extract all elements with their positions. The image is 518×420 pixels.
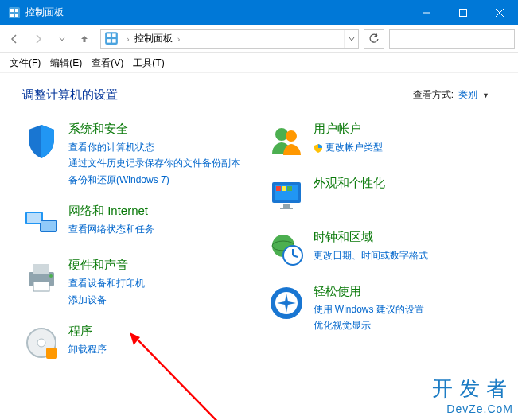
view-by-control[interactable]: 查看方式: 类别 ▼ [413,88,489,102]
category-title[interactable]: 时钟和区域 [314,230,428,245]
svg-rect-11 [112,33,116,37]
category-link[interactable]: 添加设备 [68,292,145,308]
svg-rect-31 [287,186,292,191]
menu-file[interactable]: 文件(F) [6,55,44,72]
category-link[interactable]: 更改帐户类型 [314,139,383,155]
category-link[interactable]: 优化视觉显示 [314,317,424,333]
back-button[interactable] [3,28,25,50]
view-by-value[interactable]: 类别 [458,88,477,102]
category-appearance: 外观和个性化 [267,176,497,214]
svg-rect-1 [10,9,14,12]
category-ease-of-access: 轻松使用 使用 Windows 建议的设置 优化视觉显示 [267,284,497,334]
breadcrumb-chevron-icon[interactable]: › [123,34,133,44]
svg-rect-6 [460,9,467,16]
close-button[interactable] [481,0,518,25]
svg-rect-4 [15,14,18,17]
svg-rect-13 [112,39,116,43]
category-title[interactable]: 程序 [68,324,107,339]
category-link[interactable]: 查看设备和打印机 [68,275,145,291]
minimize-button[interactable] [408,0,445,25]
window-title: 控制面板 [25,6,408,19]
category-link[interactable]: 更改日期、时间或数字格式 [314,247,428,263]
svg-rect-3 [10,14,14,17]
menu-edit[interactable]: 编辑(E) [47,55,85,72]
svg-rect-19 [33,264,49,274]
window-titlebar: 控制面板 [0,0,518,25]
category-system-security: 系统和安全 查看你的计算机状态 通过文件历史记录保存你的文件备份副本 备份和还原… [22,122,251,188]
view-by-label: 查看方式: [413,88,454,102]
category-title[interactable]: 外观和个性化 [314,176,385,191]
menu-tools[interactable]: 工具(T) [130,55,167,72]
category-link[interactable]: 备份和还原(Windows 7) [68,172,240,188]
search-input[interactable] [390,33,514,45]
category-title[interactable]: 用户帐户 [314,122,383,137]
svg-rect-30 [282,186,286,191]
svg-point-21 [49,274,53,278]
watermark-line1: 开发者 [432,375,513,402]
refresh-button[interactable] [364,29,384,49]
page-title: 调整计算机的设置 [22,88,118,103]
left-column: 系统和安全 查看你的计算机状态 通过文件历史记录保存你的文件备份副本 备份和还原… [22,122,251,378]
up-button[interactable] [75,29,94,49]
svg-rect-20 [33,282,49,291]
uac-shield-icon [314,143,323,153]
svg-rect-33 [280,208,293,209]
navigation-bar: › 控制面板 › [0,25,518,53]
svg-point-26 [286,130,297,142]
breadcrumb-root[interactable]: 控制面板 [133,32,174,45]
category-programs: 程序 卸载程序 [22,324,251,362]
category-link[interactable]: 通过文件历史记录保存你的文件备份副本 [68,155,240,171]
users-icon [267,122,306,160]
category-link[interactable]: 查看网络状态和任务 [68,221,154,237]
category-hardware-sound: 硬件和声音 查看设备和打印机 添加设备 [22,258,251,308]
forward-button[interactable] [27,28,49,50]
search-box[interactable] [389,29,515,49]
address-bar[interactable]: › 控制面板 › [100,29,359,49]
category-clock-region: 时钟和区域 更改日期、时间或数字格式 [267,230,497,268]
svg-point-23 [37,339,45,347]
svg-rect-12 [107,39,111,43]
svg-rect-2 [15,9,18,12]
content-area: 调整计算机的设置 查看方式: 类别 ▼ 系统和安全 查看你的计算机状态 通过文件… [0,73,518,392]
address-icon [104,31,120,47]
category-title[interactable]: 硬件和声音 [68,258,145,273]
svg-rect-29 [276,186,281,191]
menu-bar: 文件(F) 编辑(E) 查看(V) 工具(T) [0,53,518,73]
svg-rect-24 [46,348,57,359]
ease-icon [267,284,306,322]
breadcrumb-chevron-icon[interactable]: › [174,34,184,44]
network-icon [22,204,60,242]
shield-icon [22,122,60,160]
category-title[interactable]: 网络和 Internet [68,204,154,219]
address-dropdown[interactable] [344,30,358,48]
svg-rect-17 [41,221,56,231]
control-panel-icon [8,6,21,19]
recent-dropdown[interactable] [51,28,73,50]
svg-rect-10 [107,33,111,37]
watermark-line2: DevZe.CoM [432,402,513,415]
menu-view[interactable]: 查看(V) [88,55,127,72]
disc-icon [22,324,60,362]
category-user-accounts: 用户帐户 更改帐户类型 [267,122,497,160]
clock-globe-icon [267,230,306,268]
watermark: 开发者 DevZe.CoM [432,375,513,415]
svg-rect-16 [27,213,41,223]
chevron-down-icon: ▼ [482,91,489,99]
svg-rect-32 [283,204,290,208]
category-title[interactable]: 轻松使用 [314,284,424,299]
category-link[interactable]: 卸载程序 [68,341,107,357]
category-network: 网络和 Internet 查看网络状态和任务 [22,204,251,242]
category-link[interactable]: 查看你的计算机状态 [68,139,240,155]
category-link[interactable]: 使用 Windows 建议的设置 [314,301,424,317]
printer-icon [22,258,60,296]
maximize-button[interactable] [445,0,481,25]
category-title[interactable]: 系统和安全 [68,122,240,137]
right-column: 用户帐户 更改帐户类型 外观和个性化 [267,122,497,378]
monitor-icon [267,176,306,214]
